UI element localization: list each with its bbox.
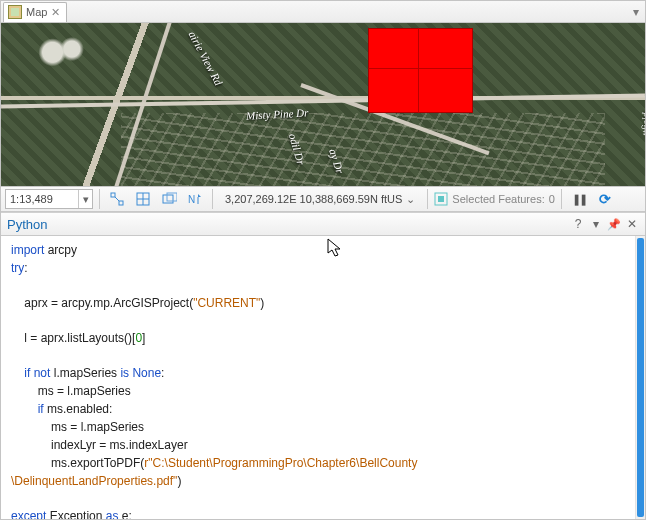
svg-text:N: N (188, 194, 195, 205)
selected-features-button[interactable]: Selected Features: 0 (434, 192, 554, 206)
selected-features-count: 0 (549, 193, 555, 205)
coordinates-readout: 3,207,269.12E 10,388,669.59N ftUS (225, 193, 402, 205)
svg-rect-11 (438, 196, 444, 202)
separator (427, 189, 428, 209)
axes-icon: N (187, 191, 203, 207)
snapping-toggle-button[interactable] (106, 189, 128, 209)
svg-rect-7 (167, 193, 177, 201)
svg-line-2 (115, 197, 119, 201)
svg-rect-6 (163, 195, 173, 203)
pause-drawing-button[interactable]: ❚❚ (568, 189, 590, 209)
separator (561, 189, 562, 209)
road-label: ttfield (640, 113, 646, 136)
separator (212, 189, 213, 209)
selected-parcel (368, 28, 473, 113)
map-scale-combo[interactable]: ▾ (5, 189, 93, 209)
close-icon[interactable]: ✕ (51, 6, 60, 19)
help-button[interactable]: ? (571, 217, 585, 231)
svg-rect-1 (119, 201, 123, 205)
coordinates-menu-button[interactable]: ⌄ (406, 193, 415, 206)
python-pane-body: import arcpy try: aprx = arcpy.mp.ArcGIS… (1, 236, 645, 519)
tab-label: Map (26, 6, 47, 18)
snapping-icon (109, 191, 125, 207)
scrollbar-thumb[interactable] (637, 238, 644, 517)
options-menu-button[interactable]: ▾ (589, 217, 603, 231)
python-code-editor[interactable]: import arcpy try: aprx = arcpy.mp.ArcGIS… (1, 236, 635, 519)
separator (99, 189, 100, 209)
pause-icon: ❚❚ (572, 193, 586, 206)
vertical-scrollbar[interactable] (635, 236, 645, 519)
coordinate-system-button[interactable]: N (184, 189, 206, 209)
grid-toggle-button[interactable] (132, 189, 154, 209)
refresh-icon: ⟳ (599, 191, 611, 207)
pin-icon[interactable]: 📌 (607, 218, 621, 231)
tab-overflow-button[interactable]: ▾ (629, 5, 643, 19)
view-tab-bar: Map ✕ ▾ (1, 1, 645, 23)
pane-title: Python (7, 217, 47, 232)
refresh-button[interactable]: ⟳ (594, 189, 616, 209)
map-view[interactable]: airie View Rd Misty Pine Dr odil Dr ay D… (1, 23, 645, 186)
map-scale-input[interactable] (6, 190, 78, 208)
tab-map[interactable]: Map ✕ (3, 2, 67, 22)
python-pane-header: Python ? ▾ 📌 ✕ (1, 212, 645, 236)
selection-icon (434, 192, 448, 206)
grid-icon (135, 191, 151, 207)
close-icon[interactable]: ✕ (625, 217, 639, 231)
chevron-down-icon[interactable]: ▾ (78, 190, 92, 208)
view-status-bar: ▾ N 3,207,269.12E 10,388,669.59N ftUS ⌄ … (1, 186, 645, 212)
selected-features-label: Selected Features: (452, 193, 544, 205)
svg-rect-0 (111, 193, 115, 197)
map-icon (8, 5, 22, 19)
constraints-icon (161, 191, 177, 207)
residential-texture (121, 113, 605, 186)
constraints-button[interactable] (158, 189, 180, 209)
